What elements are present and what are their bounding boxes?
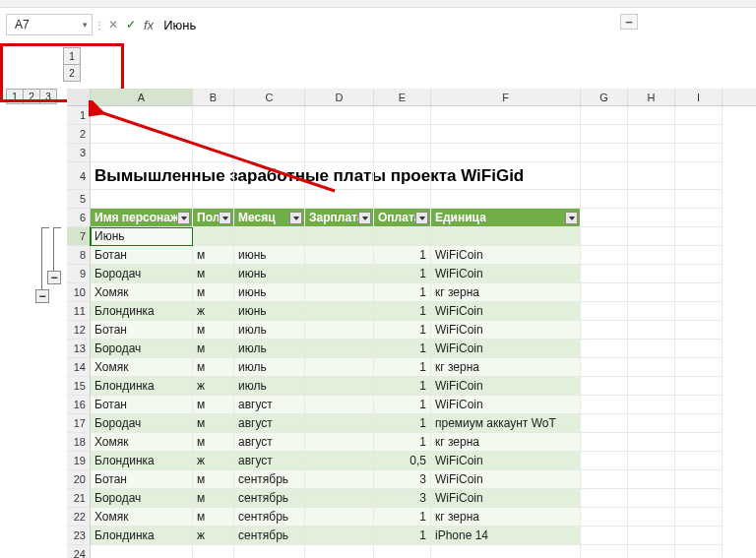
cell[interactable]: Блондинка [91,302,193,321]
cell[interactable] [193,545,234,558]
cell[interactable] [305,283,374,302]
cell[interactable] [628,545,675,558]
cell[interactable]: 1 [374,396,431,414]
cell[interactable] [305,545,374,558]
cell[interactable] [193,162,234,190]
cell[interactable]: Ботан [91,246,193,265]
cell[interactable] [628,396,675,414]
cell[interactable] [374,144,431,162]
cell[interactable] [581,527,628,545]
cell[interactable]: июль [234,358,305,377]
row-header[interactable]: 24 [67,545,91,558]
cell[interactable] [431,106,581,125]
cell[interactable] [628,377,675,396]
cell[interactable]: м [193,246,234,265]
cell[interactable]: 0,5 [374,452,431,470]
cell[interactable] [305,190,374,209]
row-header[interactable]: 1 [67,106,91,125]
filter-icon[interactable] [358,212,371,224]
cell[interactable]: сентябрь [234,508,305,527]
row-header[interactable]: 18 [67,433,91,452]
cell[interactable] [91,125,193,144]
row-header[interactable]: 6 [67,209,91,227]
outline-row-level-1[interactable]: 1 [6,89,24,104]
row-header[interactable]: 4 [67,162,91,190]
formula-input[interactable] [158,14,756,35]
cell[interactable] [581,209,628,227]
cell[interactable] [581,190,628,209]
cell[interactable] [675,246,723,265]
cell[interactable] [305,396,374,414]
cell[interactable] [581,106,628,125]
cell[interactable] [675,144,723,162]
cell[interactable]: WiFiCoin [431,302,581,321]
col-header-B[interactable]: B [193,89,234,105]
cell[interactable] [374,227,431,246]
cell[interactable] [628,414,675,433]
row-header[interactable]: 13 [67,340,91,358]
cell[interactable]: WiFiCoin [431,452,581,470]
cell[interactable] [305,144,374,162]
outline-col-level-2[interactable]: 2 [63,64,81,82]
cell[interactable] [193,227,234,246]
row-header[interactable]: 3 [67,144,91,162]
cell[interactable] [581,283,628,302]
cell[interactable] [581,470,628,489]
cell[interactable]: Вымышленные заработные платы проекта WiF… [91,162,193,190]
cell[interactable]: Ботан [91,470,193,489]
cell[interactable] [675,377,723,396]
cell[interactable] [581,227,628,246]
select-all-corner[interactable] [67,89,91,106]
cell[interactable]: WiFiCoin [431,489,581,508]
cell[interactable] [628,321,675,340]
cell[interactable] [628,106,675,125]
cell[interactable]: Блондинка [91,377,193,396]
cell[interactable]: WiFiCoin [431,396,581,414]
cell[interactable] [581,433,628,452]
cell[interactable]: WiFiCoin [431,265,581,283]
cell[interactable] [581,452,628,470]
collapse-group-button[interactable]: − [620,14,638,30]
col-header-G[interactable]: G [581,89,628,105]
cell[interactable] [91,144,193,162]
cell[interactable]: ж [193,377,234,396]
cell[interactable] [234,106,305,125]
cell[interactable] [193,144,234,162]
cell[interactable]: 1 [374,508,431,527]
cell[interactable]: июль [234,340,305,358]
cell[interactable]: 1 [374,358,431,377]
cell[interactable]: Ботан [91,321,193,340]
cell[interactable]: июнь [234,265,305,283]
cell[interactable] [628,162,675,190]
cell[interactable] [431,545,581,558]
cell[interactable]: 1 [374,340,431,358]
cell[interactable] [628,470,675,489]
cell[interactable]: iPhone 14 [431,527,581,545]
cell[interactable] [675,414,723,433]
cell[interactable] [581,162,628,190]
cell[interactable]: июль [234,321,305,340]
cell[interactable]: кг зерна [431,358,581,377]
cell[interactable] [675,227,723,246]
cell[interactable] [628,246,675,265]
cell[interactable] [431,190,581,209]
cell[interactable]: Июнь [91,227,193,246]
row-header[interactable]: 14 [67,358,91,377]
cell[interactable] [675,283,723,302]
outline-row-level-3[interactable]: 3 [39,89,57,104]
filter-icon[interactable] [177,212,190,224]
cell[interactable]: август [234,433,305,452]
cell[interactable]: 3 [374,489,431,508]
cell[interactable] [628,452,675,470]
collapse-inner-group-button[interactable]: − [47,271,61,284]
cell[interactable] [675,340,723,358]
cell[interactable] [431,125,581,144]
cell[interactable]: август [234,452,305,470]
cell[interactable]: премиум аккаунт WoT [431,414,581,433]
row-header[interactable]: 17 [67,414,91,433]
cell[interactable]: 3 [374,470,431,489]
cell[interactable] [628,283,675,302]
cell[interactable]: WiFiCoin [431,340,581,358]
cell[interactable]: ж [193,302,234,321]
cell[interactable]: ж [193,452,234,470]
